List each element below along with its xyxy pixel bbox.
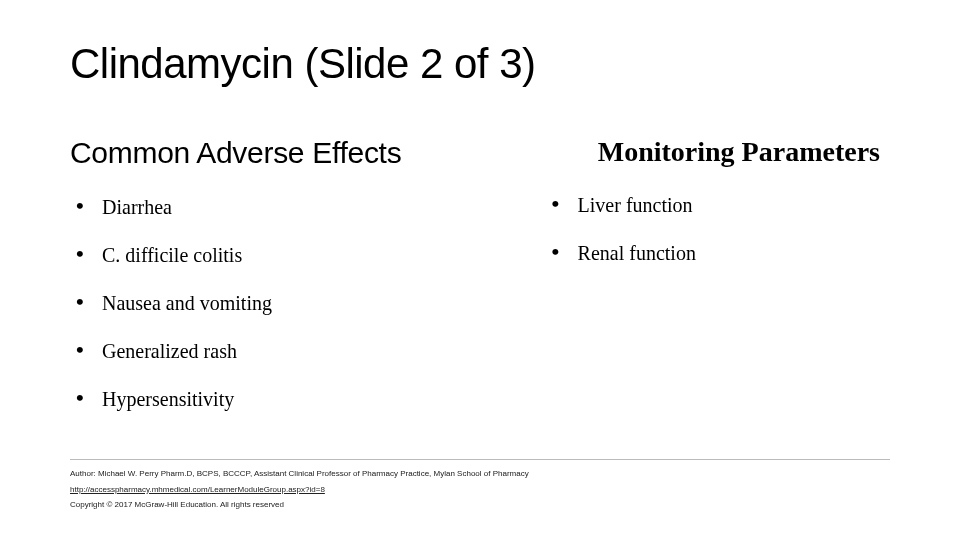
- footer-link[interactable]: http://accesspharmacy.mhmedical.com/Lear…: [70, 482, 890, 497]
- list-item: Generalized rash: [76, 338, 546, 364]
- list-item: Nausea and vomiting: [76, 290, 546, 316]
- footer-copyright: Copyright © 2017 McGraw-Hill Education. …: [70, 497, 890, 512]
- content-columns: Common Adverse Effects Diarrhea C. diffi…: [70, 136, 890, 434]
- left-column: Common Adverse Effects Diarrhea C. diffi…: [70, 136, 546, 434]
- slide-title: Clindamycin (Slide 2 of 3): [70, 40, 890, 88]
- right-heading: Monitoring Parameters: [546, 136, 890, 168]
- list-item: Renal function: [552, 240, 890, 266]
- list-item: C. difficile colitis: [76, 242, 546, 268]
- adverse-effects-list: Diarrhea C. difficile colitis Nausea and…: [70, 194, 546, 412]
- slide: Clindamycin (Slide 2 of 3) Common Advers…: [0, 0, 960, 540]
- footer-author: Author: Michael W. Perry Pharm.D, BCPS, …: [70, 466, 890, 481]
- list-item: Hypersensitivity: [76, 386, 546, 412]
- left-heading: Common Adverse Effects: [70, 136, 546, 170]
- right-column: Monitoring Parameters Liver function Ren…: [546, 136, 890, 288]
- footer: Author: Michael W. Perry Pharm.D, BCPS, …: [70, 459, 890, 512]
- list-item: Diarrhea: [76, 194, 546, 220]
- monitoring-list: Liver function Renal function: [546, 192, 890, 266]
- list-item: Liver function: [552, 192, 890, 218]
